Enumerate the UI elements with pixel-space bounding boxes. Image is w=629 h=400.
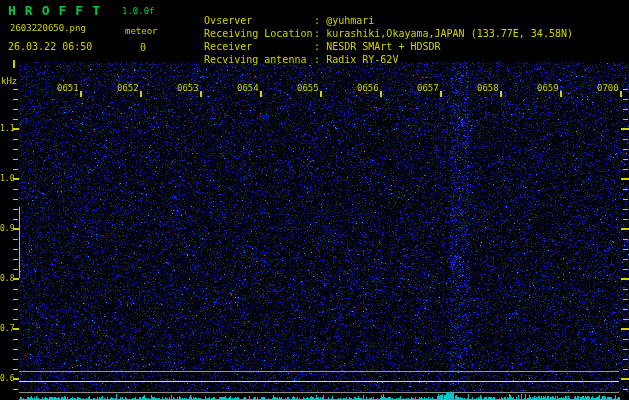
freq-minor-tick bbox=[13, 169, 18, 170]
freq-minor-tick bbox=[13, 199, 18, 200]
freq-minor-tick bbox=[13, 149, 18, 150]
freq-minor-tick bbox=[13, 349, 18, 350]
right-minor-tick bbox=[623, 99, 628, 100]
right-minor-tick bbox=[623, 189, 628, 190]
time-tick bbox=[620, 91, 622, 97]
right-minor-tick bbox=[623, 389, 628, 390]
right-minor-tick bbox=[623, 249, 628, 250]
time-label: 0654 bbox=[237, 83, 259, 93]
time-label: 0652 bbox=[117, 83, 139, 93]
freq-minor-tick bbox=[13, 109, 18, 110]
right-minor-tick bbox=[623, 159, 628, 160]
time-tick bbox=[380, 91, 382, 97]
right-major-tick bbox=[621, 228, 629, 230]
right-minor-tick bbox=[623, 299, 628, 300]
freq-major-tick bbox=[13, 328, 19, 330]
freq-major-tick bbox=[13, 128, 19, 130]
freq-minor-tick bbox=[13, 89, 18, 90]
right-major-tick bbox=[621, 178, 629, 180]
right-minor-tick bbox=[623, 199, 628, 200]
time-tick bbox=[80, 91, 82, 97]
time-label: 0700 bbox=[597, 83, 619, 93]
right-minor-tick bbox=[623, 119, 628, 120]
time-tick bbox=[560, 91, 562, 97]
right-major-tick bbox=[621, 328, 629, 330]
right-minor-tick bbox=[623, 109, 628, 110]
right-minor-tick bbox=[623, 259, 628, 260]
right-minor-tick bbox=[623, 169, 628, 170]
freq-minor-tick bbox=[13, 339, 18, 340]
freq-minor-tick bbox=[13, 189, 18, 190]
freq-minor-tick bbox=[13, 359, 18, 360]
time-tick bbox=[140, 91, 142, 97]
freq-minor-tick bbox=[13, 219, 18, 220]
right-major-tick bbox=[621, 378, 629, 380]
freq-minor-tick bbox=[13, 249, 18, 250]
time-tick bbox=[200, 91, 202, 97]
right-minor-tick bbox=[623, 359, 628, 360]
freq-minor-tick bbox=[13, 159, 18, 160]
freq-minor-tick bbox=[13, 389, 18, 390]
axes-overlay: 1.11.00.90.80.70.60651065206530654065506… bbox=[0, 0, 629, 400]
freq-minor-tick bbox=[13, 319, 18, 320]
time-label: 0658 bbox=[477, 83, 499, 93]
freq-minor-tick bbox=[13, 259, 18, 260]
right-minor-tick bbox=[623, 149, 628, 150]
right-minor-tick bbox=[623, 309, 628, 310]
right-minor-tick bbox=[623, 209, 628, 210]
right-minor-tick bbox=[623, 289, 628, 290]
freq-minor-tick bbox=[13, 99, 18, 100]
freq-minor-tick bbox=[13, 119, 18, 120]
hrofft-window: HROFFT 1.0.0f 2603220650.png meteor 26.0… bbox=[0, 0, 629, 400]
right-minor-tick bbox=[623, 139, 628, 140]
right-minor-tick bbox=[623, 319, 628, 320]
freq-minor-tick bbox=[13, 269, 18, 270]
freq-minor-tick bbox=[13, 309, 18, 310]
freq-minor-tick bbox=[13, 139, 18, 140]
right-major-tick bbox=[621, 128, 629, 130]
freq-major-tick bbox=[13, 178, 19, 180]
time-label: 0659 bbox=[537, 83, 559, 93]
time-tick bbox=[440, 91, 442, 97]
right-minor-tick bbox=[623, 269, 628, 270]
right-minor-tick bbox=[623, 339, 628, 340]
right-minor-tick bbox=[623, 89, 628, 90]
freq-minor-tick bbox=[13, 289, 18, 290]
right-minor-tick bbox=[623, 239, 628, 240]
time-label: 0656 bbox=[357, 83, 379, 93]
time-label: 0655 bbox=[297, 83, 319, 93]
time-label: 0653 bbox=[177, 83, 199, 93]
freq-major-tick bbox=[13, 228, 19, 230]
right-minor-tick bbox=[623, 369, 628, 370]
freq-minor-tick bbox=[13, 239, 18, 240]
time-tick bbox=[260, 91, 262, 97]
time-label: 0651 bbox=[57, 83, 79, 93]
time-tick bbox=[320, 91, 322, 97]
time-label: 0657 bbox=[417, 83, 439, 93]
right-major-tick bbox=[621, 278, 629, 280]
freq-major-tick bbox=[13, 278, 19, 280]
right-minor-tick bbox=[623, 349, 628, 350]
freq-minor-tick bbox=[13, 299, 18, 300]
freq-minor-tick bbox=[13, 369, 18, 370]
freq-minor-tick bbox=[13, 209, 18, 210]
right-minor-tick bbox=[623, 219, 628, 220]
freq-major-tick bbox=[13, 378, 19, 380]
time-tick bbox=[500, 91, 502, 97]
